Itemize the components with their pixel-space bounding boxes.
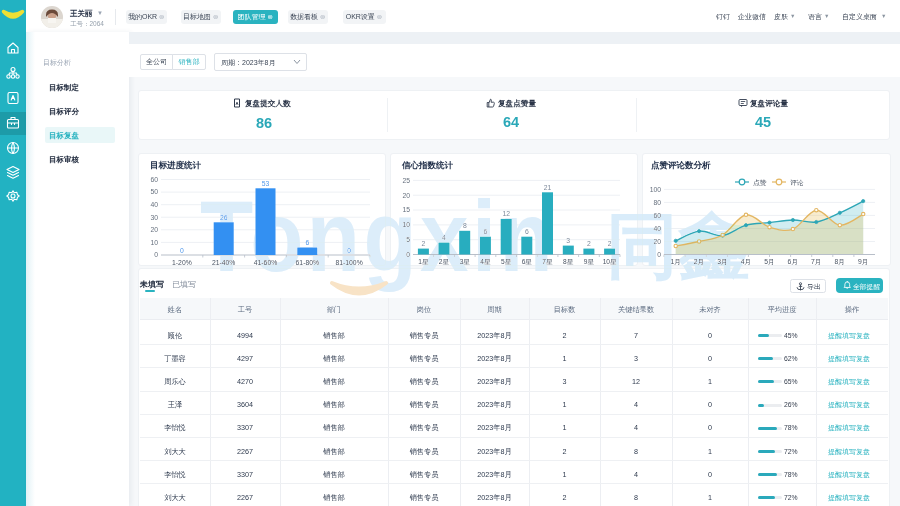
svg-text:41-60%: 41-60% xyxy=(254,259,277,266)
svg-text:26: 26 xyxy=(220,214,228,221)
svg-text:8月: 8月 xyxy=(835,258,846,266)
svg-text:4星: 4星 xyxy=(480,258,491,265)
svg-text:点赞: 点赞 xyxy=(753,179,767,187)
svg-text:5月: 5月 xyxy=(764,258,775,266)
svg-text:9月: 9月 xyxy=(858,258,869,266)
svg-text:1星: 1星 xyxy=(418,258,429,265)
svg-text:40: 40 xyxy=(150,201,158,208)
svg-text:0: 0 xyxy=(406,251,410,258)
svg-text:8星: 8星 xyxy=(563,258,574,265)
svg-text:0: 0 xyxy=(347,247,351,254)
svg-text:21-40%: 21-40% xyxy=(212,259,235,266)
svg-text:80: 80 xyxy=(653,199,661,206)
svg-text:25: 25 xyxy=(402,177,410,184)
svg-text:81-100%: 81-100% xyxy=(335,259,362,266)
svg-text:60: 60 xyxy=(653,212,661,219)
svg-text:20: 20 xyxy=(150,226,158,233)
svg-text:1月: 1月 xyxy=(670,258,681,266)
svg-text:21: 21 xyxy=(544,184,552,191)
svg-text:1-20%: 1-20% xyxy=(172,259,192,266)
svg-text:10星: 10星 xyxy=(603,258,617,265)
svg-text:15: 15 xyxy=(402,206,410,213)
svg-text:4: 4 xyxy=(442,234,446,241)
svg-text:61-80%: 61-80% xyxy=(296,259,319,266)
svg-text:2: 2 xyxy=(608,240,612,247)
svg-text:40: 40 xyxy=(653,225,661,232)
svg-text:3星: 3星 xyxy=(460,258,471,265)
svg-text:6: 6 xyxy=(305,239,309,246)
svg-text:50: 50 xyxy=(150,188,158,195)
svg-text:100: 100 xyxy=(650,186,662,193)
svg-text:2: 2 xyxy=(587,240,591,247)
svg-text:4月: 4月 xyxy=(741,258,752,266)
svg-text:53: 53 xyxy=(262,180,270,187)
svg-text:2月: 2月 xyxy=(694,258,705,266)
svg-text:评论: 评论 xyxy=(790,179,804,186)
svg-text:6星: 6星 xyxy=(522,258,533,265)
svg-text:5星: 5星 xyxy=(501,258,512,265)
svg-text:8: 8 xyxy=(463,222,467,229)
svg-text:12: 12 xyxy=(502,210,510,217)
svg-text:2: 2 xyxy=(422,240,426,247)
svg-text:5: 5 xyxy=(406,236,410,243)
svg-text:10: 10 xyxy=(150,239,158,246)
svg-text:6: 6 xyxy=(525,228,529,235)
svg-text:6月: 6月 xyxy=(788,258,799,266)
svg-text:10: 10 xyxy=(402,221,410,228)
svg-text:3: 3 xyxy=(566,237,570,244)
svg-text:30: 30 xyxy=(150,214,158,221)
svg-text:7星: 7星 xyxy=(542,258,553,265)
svg-text:20: 20 xyxy=(402,192,410,199)
svg-text:2星: 2星 xyxy=(439,258,450,265)
svg-text:20: 20 xyxy=(653,238,661,245)
svg-text:0: 0 xyxy=(180,247,184,254)
svg-text:3月: 3月 xyxy=(717,258,728,266)
svg-text:7月: 7月 xyxy=(811,258,822,266)
svg-text:0: 0 xyxy=(657,251,661,258)
svg-text:60: 60 xyxy=(150,176,158,183)
svg-text:6: 6 xyxy=(484,228,488,235)
svg-text:0: 0 xyxy=(154,251,158,258)
svg-text:9星: 9星 xyxy=(584,258,595,265)
